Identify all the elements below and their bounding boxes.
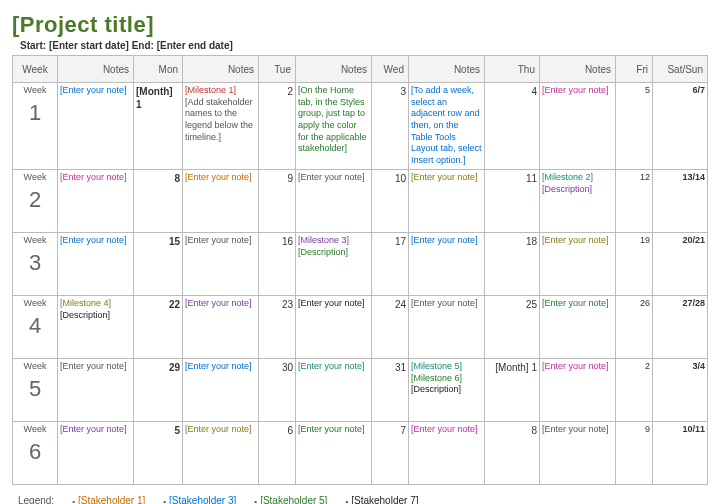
note-text: [Milestone 1] [185, 85, 256, 97]
week-label: Week [15, 235, 55, 247]
note-text: [Enter your note] [542, 361, 613, 373]
satsun-day: 3/4 [653, 358, 708, 421]
header-thu-notes: Notes [540, 56, 616, 83]
tue-day: 30 [259, 358, 296, 421]
bullet-icon: • [72, 497, 75, 504]
week-number: 2 [15, 186, 55, 215]
fri-day: 2 [616, 358, 653, 421]
tue-notes: [Enter your note] [296, 295, 372, 358]
legend-item: •[Stakeholder 7] [345, 495, 418, 504]
wed-day: 31 [372, 358, 409, 421]
tue-notes: [Enter your note] [296, 358, 372, 421]
legend-item: •[Stakeholder 3] [163, 495, 236, 504]
fri-day: 19 [616, 232, 653, 295]
wed-notes: [Milestone 5][Milestone 6][Description] [409, 358, 485, 421]
note-text: [Enter your note] [298, 361, 369, 373]
note-text: [Enter your note] [60, 172, 131, 184]
tue-notes: [Milestone 3][Description] [296, 232, 372, 295]
wed-day: 7 [372, 421, 409, 484]
mon-day: 22 [134, 295, 183, 358]
tue-day: 9 [259, 169, 296, 232]
bullet-icon: • [345, 497, 348, 504]
mon-day: 5 [134, 421, 183, 484]
note-text: [Enter your note] [185, 424, 256, 436]
note-text: [Enter your note] [60, 85, 131, 97]
header-tue: Tue [259, 56, 296, 83]
mon-day: 29 [134, 358, 183, 421]
fri-day: 5 [616, 83, 653, 170]
thu-notes: [Enter your note] [540, 358, 616, 421]
note-text: [Description] [60, 310, 131, 322]
wed-day: 24 [372, 295, 409, 358]
legend-text: [Stakeholder 7] [351, 495, 418, 504]
mon-notes: [Enter your note] [183, 169, 259, 232]
week-row: Week 4 [Milestone 4][Description] 22 [En… [13, 295, 708, 358]
thu-day: 25 [485, 295, 540, 358]
note-text: [Enter your note] [185, 361, 256, 373]
header-thu: Thu [485, 56, 540, 83]
calendar-table: Week Notes Mon Notes Tue Notes Wed Notes… [12, 55, 708, 485]
week-cell: Week 6 [13, 421, 58, 484]
legend-column: •[Stakeholder 7]•[Stakeholder 8] [345, 495, 418, 504]
header-wed-notes: Notes [409, 56, 485, 83]
week-row: Week 3 [Enter your note] 15 [Enter your … [13, 232, 708, 295]
tue-notes: [Enter your note] [296, 169, 372, 232]
thu-notes: [Enter your note] [540, 295, 616, 358]
note-text: [Enter your note] [411, 298, 482, 310]
note-text: [Enter your note] [542, 424, 613, 436]
week-number: 4 [15, 312, 55, 341]
week-number: 1 [15, 99, 55, 128]
note-text: [Milestone 5] [411, 361, 482, 373]
thu-day: 11 [485, 169, 540, 232]
week-number: 5 [15, 375, 55, 404]
notes-cell: [Enter your note] [58, 232, 134, 295]
tue-day: 6 [259, 421, 296, 484]
header-satsun: Sat/Sun [653, 56, 708, 83]
fri-day: 9 [616, 421, 653, 484]
week-row: Week 2 [Enter your note] 8 [Enter your n… [13, 169, 708, 232]
week-cell: Week 4 [13, 295, 58, 358]
wed-notes: [Enter your note] [409, 421, 485, 484]
wed-notes: [Enter your note] [409, 169, 485, 232]
note-text: [Enter your note] [60, 424, 131, 436]
note-text: [Enter your note] [542, 298, 613, 310]
mon-day: 8 [134, 169, 183, 232]
project-title: [Project title] [12, 12, 708, 38]
week-row: Week 5 [Enter your note] 29 [Enter your … [13, 358, 708, 421]
thu-notes: [Enter your note] [540, 232, 616, 295]
header-fri: Fri [616, 56, 653, 83]
note-text: [Enter your note] [185, 172, 256, 184]
mon-day: 15 [134, 232, 183, 295]
mon-day: [Month] 1 [134, 83, 183, 170]
note-text: [On the Home tab, in the Styles group, j… [298, 85, 369, 155]
note-text: [Milestone 2] [542, 172, 613, 184]
thu-day: 8 [485, 421, 540, 484]
note-text: [Enter your note] [60, 235, 131, 247]
week-label: Week [15, 172, 55, 184]
mon-notes: [Enter your note] [183, 421, 259, 484]
notes-cell: [Enter your note] [58, 358, 134, 421]
thu-day: [Month] 1 [485, 358, 540, 421]
note-text: [Enter your note] [185, 298, 256, 310]
notes-cell: [Milestone 4][Description] [58, 295, 134, 358]
thu-notes: [Enter your note] [540, 83, 616, 170]
header-mon: Mon [134, 56, 183, 83]
note-text: [Enter your note] [411, 172, 482, 184]
fri-day: 26 [616, 295, 653, 358]
note-text: [Milestone 3] [298, 235, 369, 247]
bullet-icon: • [254, 497, 257, 504]
wed-day: 3 [372, 83, 409, 170]
fri-day: 12 [616, 169, 653, 232]
legend-text: [Stakeholder 3] [169, 495, 236, 504]
satsun-day: 13/14 [653, 169, 708, 232]
legend-item: •[Stakeholder 5] [254, 495, 327, 504]
legend-text: [Stakeholder 5] [260, 495, 327, 504]
note-text: [Milestone 6] [411, 373, 482, 385]
week-cell: Week 1 [13, 83, 58, 170]
wed-notes: [To add a week, select an adjacent row a… [409, 83, 485, 170]
week-label: Week [15, 361, 55, 373]
thu-notes: [Enter your note] [540, 421, 616, 484]
legend-text: [Stakeholder 1] [78, 495, 145, 504]
week-cell: Week 5 [13, 358, 58, 421]
header-mon-notes: Notes [183, 56, 259, 83]
